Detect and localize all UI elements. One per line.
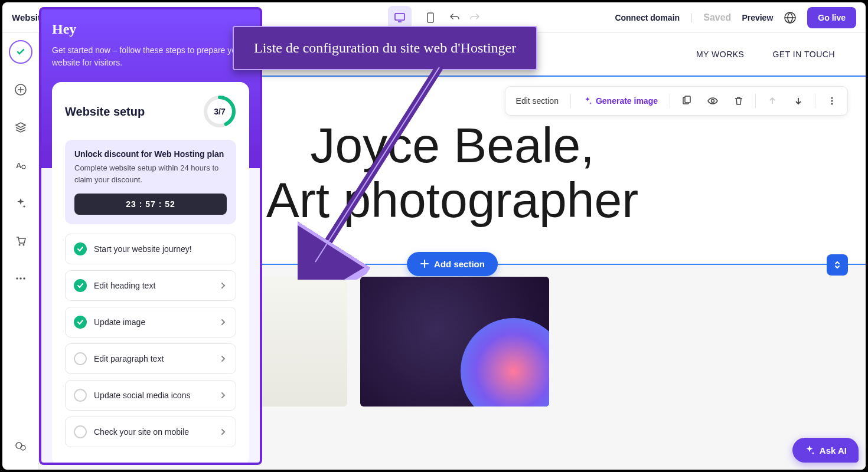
preview-button[interactable]: Preview <box>742 13 773 22</box>
check-done-icon <box>74 279 87 292</box>
sidebar-help-icon[interactable] <box>9 434 32 458</box>
svg-rect-0 <box>395 14 404 20</box>
discount-title: Unlock discount for Web Hosting plan <box>74 149 227 159</box>
chevron-right-icon <box>219 428 227 436</box>
add-section-button[interactable]: Add section <box>407 252 498 276</box>
task-label: Start your website journey! <box>94 244 227 254</box>
check-done-icon <box>74 242 87 255</box>
generate-image-button[interactable]: Generate image <box>578 93 663 109</box>
chevron-right-icon <box>219 391 227 399</box>
task-item-4[interactable]: Update social media icons <box>65 380 236 411</box>
svg-point-12 <box>21 445 25 450</box>
sidebar-setup-icon[interactable] <box>9 40 32 64</box>
chevron-right-icon <box>219 281 227 290</box>
chevron-right-icon <box>219 355 227 363</box>
task-item-2[interactable]: Update image <box>65 307 236 337</box>
redo-icon[interactable] <box>468 12 480 24</box>
svg-rect-1 <box>428 13 433 22</box>
task-item-0[interactable]: Start your website journey! <box>65 234 236 264</box>
setup-card: Website setup 3/7 Unlock discount for We… <box>52 82 249 465</box>
edit-section-button[interactable]: Edit section <box>511 93 563 109</box>
ask-ai-button[interactable]: Ask AI <box>792 438 859 463</box>
svg-point-10 <box>23 277 25 280</box>
check-empty-icon <box>74 425 87 438</box>
check-done-icon <box>74 316 87 329</box>
svg-point-15 <box>712 100 714 103</box>
check-empty-icon <box>74 389 87 402</box>
connect-domain-button[interactable]: Connect domain <box>615 13 680 22</box>
nav-my-works[interactable]: MY WORKS <box>696 50 745 59</box>
go-live-button[interactable]: Go live <box>807 7 856 28</box>
task-item-1[interactable]: Edit heading text <box>65 270 236 301</box>
globe-icon[interactable] <box>784 11 797 24</box>
task-item-5[interactable]: Check your site on mobile <box>65 417 236 447</box>
copy-icon[interactable] <box>677 91 696 110</box>
delete-icon[interactable] <box>729 91 748 110</box>
progress-ring: 3/7 <box>203 95 236 128</box>
sidebar-more-icon[interactable] <box>9 267 32 290</box>
chevron-right-icon <box>219 318 227 326</box>
gallery-image-3[interactable] <box>360 277 549 407</box>
sparkle-icon <box>583 96 592 106</box>
task-label: Edit paragraph text <box>94 354 212 363</box>
annotation-callout: Liste de configuration du site web d'Hos… <box>233 26 537 70</box>
setup-panel: Hey Get started now – follow these steps… <box>39 7 262 465</box>
check-empty-icon <box>74 352 87 365</box>
mobile-icon <box>425 12 436 24</box>
svg-point-8 <box>16 277 18 280</box>
countdown-timer: 23 : 57 : 52 <box>74 194 227 215</box>
sidebar-style-icon[interactable]: A <box>9 153 32 177</box>
saved-status: Saved <box>703 12 731 23</box>
resize-icon <box>833 260 842 270</box>
discount-box: Unlock discount for Web Hosting plan Com… <box>65 140 236 224</box>
svg-point-17 <box>831 100 833 102</box>
svg-rect-14 <box>685 96 690 103</box>
sidebar-store-icon[interactable] <box>9 229 32 253</box>
left-sidebar: A <box>2 33 39 470</box>
more-options-icon[interactable] <box>823 91 841 110</box>
svg-point-18 <box>831 103 833 105</box>
move-down-icon[interactable] <box>789 91 808 110</box>
task-item-3[interactable]: Edit paragraph text <box>65 343 236 374</box>
task-label: Update image <box>94 317 212 327</box>
undo-icon[interactable] <box>449 12 461 24</box>
svg-point-5 <box>22 165 25 169</box>
task-label: Update social media icons <box>94 391 212 400</box>
move-up-icon <box>763 91 782 110</box>
desktop-icon <box>394 12 406 24</box>
panel-greeting: Hey <box>52 21 249 37</box>
sidebar-layers-icon[interactable] <box>9 116 32 139</box>
svg-point-7 <box>22 244 24 246</box>
svg-text:A: A <box>16 161 22 170</box>
svg-point-6 <box>18 244 20 246</box>
plus-icon <box>420 259 429 268</box>
resize-handle[interactable] <box>827 254 848 276</box>
progress-text: 3/7 <box>203 95 236 128</box>
ai-sparkle-icon <box>804 445 815 455</box>
sidebar-add-icon[interactable] <box>9 78 32 101</box>
svg-point-16 <box>831 97 833 99</box>
visibility-icon[interactable] <box>703 91 722 110</box>
section-toolbar: Edit section Generate image <box>505 86 848 116</box>
setup-title: Website setup <box>65 105 145 119</box>
sidebar-ai-icon[interactable] <box>9 191 32 215</box>
panel-subtitle: Get started now – follow these steps to … <box>52 44 249 69</box>
task-label: Check your site on mobile <box>94 427 212 437</box>
discount-subtitle: Complete website setup within 24 hours t… <box>74 162 227 185</box>
svg-point-9 <box>19 277 22 280</box>
nav-get-in-touch[interactable]: GET IN TOUCH <box>772 50 835 59</box>
task-label: Edit heading text <box>94 281 212 290</box>
